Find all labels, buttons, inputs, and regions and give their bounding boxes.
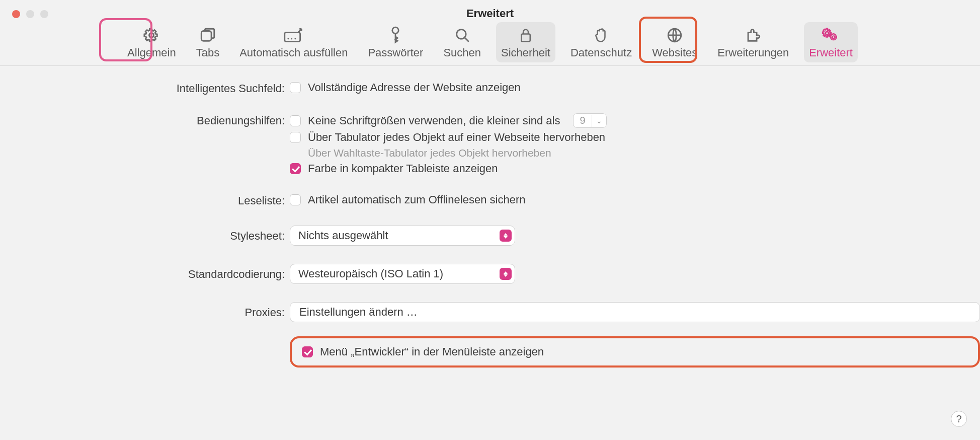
tab-label: Erweitert (809, 46, 853, 59)
save-offline-checkbox[interactable] (290, 194, 301, 205)
tab-tabs[interactable]: Tabs (191, 22, 224, 62)
gears-icon (821, 25, 841, 45)
advanced-pane: Intelligentes Suchfeld: Vollständige Adr… (0, 78, 980, 440)
updown-chevron-icon (500, 268, 512, 280)
help-button[interactable]: ? (951, 411, 967, 427)
tabs-icon (199, 25, 216, 45)
updown-chevron-icon (500, 230, 512, 242)
help-label: ? (956, 413, 961, 425)
stylesheet-label: Stylesheet: (0, 226, 290, 243)
hand-icon (594, 25, 609, 45)
min-font-size-stepper[interactable]: 9 ⌄ (573, 113, 606, 128)
puzzle-icon (745, 25, 762, 45)
tab-label: Websites (652, 46, 697, 59)
develop-menu-label: Menü „Entwickler“ in der Menüleiste anze… (320, 345, 544, 358)
tab-label: Allgemein (127, 46, 176, 59)
tab-label: Tabs (196, 46, 219, 59)
key-icon (389, 25, 402, 45)
svg-point-0 (149, 33, 154, 37)
compact-tab-color-label: Farbe in kompakter Tableiste anzeigen (308, 162, 498, 175)
svg-point-7 (456, 30, 465, 39)
tab-search[interactable]: Suchen (438, 22, 486, 62)
tab-label: Passwörter (368, 46, 423, 59)
encoding-label: Standardcodierung: (0, 264, 290, 281)
svg-point-4 (291, 38, 292, 40)
svg-rect-8 (521, 34, 530, 42)
compact-tab-color-checkbox[interactable] (290, 163, 301, 174)
accessibility-label: Bedienungshilfen: (0, 113, 290, 127)
search-icon (454, 25, 471, 45)
readinglist-label: Leseliste: (0, 193, 290, 207)
tab-passwords[interactable]: Passwörter (363, 22, 428, 62)
chevron-down-icon: ⌄ (592, 115, 606, 127)
tab-extensions[interactable]: Erweiterungen (712, 22, 794, 62)
proxies-label: Proxies: (0, 302, 290, 319)
tab-highlight-checkbox[interactable] (290, 132, 301, 143)
tab-label: Automatisch ausfüllen (239, 46, 348, 59)
tab-label: Erweiterungen (717, 46, 789, 59)
svg-rect-1 (201, 31, 211, 41)
proxies-change-button[interactable]: Einstellungen ändern … (290, 302, 980, 322)
min-font-size-checkbox[interactable] (290, 115, 301, 126)
globe-icon (666, 25, 683, 45)
tab-websites[interactable]: Websites (647, 22, 702, 62)
tab-general[interactable]: Allgemein (122, 22, 181, 62)
highlight-develop-menu: Menü „Entwickler“ in der Menüleiste anze… (290, 336, 980, 368)
tab-advanced[interactable]: Erweitert (804, 22, 858, 62)
svg-point-3 (287, 38, 289, 40)
lock-icon (518, 25, 533, 45)
encoding-select[interactable]: Westeuropäisch (ISO Latin 1) (290, 264, 515, 284)
autofill-icon (283, 25, 304, 45)
min-font-size-value: 9 (574, 114, 591, 127)
svg-point-10 (825, 32, 828, 35)
tab-label: Suchen (443, 46, 481, 59)
stylesheet-value: Nichts ausgewählt (298, 229, 388, 242)
show-full-address-label: Vollständige Adresse der Website anzeige… (308, 81, 521, 94)
gear-icon (143, 25, 160, 45)
smartsearch-label: Intelligentes Suchfeld: (0, 81, 290, 95)
svg-point-6 (392, 27, 398, 33)
svg-point-5 (294, 38, 296, 40)
tab-label: Datenschutz (570, 46, 632, 59)
tab-autofill[interactable]: Automatisch ausfüllen (234, 22, 353, 62)
tab-label: Sicherheit (501, 46, 550, 59)
tab-privacy[interactable]: Datenschutz (565, 22, 637, 62)
svg-point-11 (832, 36, 835, 38)
svg-rect-2 (285, 32, 300, 41)
encoding-value: Westeuropäisch (ISO Latin 1) (298, 267, 443, 280)
window-title: Erweitert (0, 7, 980, 20)
save-offline-label: Artikel automatisch zum Offlinelesen sic… (308, 193, 525, 206)
min-font-size-label: Keine Schriftgrößen verwenden, die klein… (308, 114, 560, 127)
proxies-button-label: Einstellungen ändern … (299, 306, 418, 319)
tab-security[interactable]: Sicherheit (496, 22, 555, 62)
tab-highlight-label: Über Tabulator jedes Objekt auf einer We… (308, 131, 605, 144)
show-full-address-checkbox[interactable] (290, 82, 301, 93)
preferences-toolbar: Allgemein Tabs Automatisch ausfüllen Pas… (0, 22, 980, 67)
toolbar-divider (0, 65, 980, 66)
stylesheet-select[interactable]: Nichts ausgewählt (290, 226, 515, 246)
develop-menu-checkbox[interactable] (302, 346, 313, 357)
preferences-window: Erweitert Allgemein Tabs Automatisch aus… (0, 0, 980, 440)
tab-highlight-hint: Über Wahltaste-Tabulator jedes Objekt he… (308, 147, 980, 159)
